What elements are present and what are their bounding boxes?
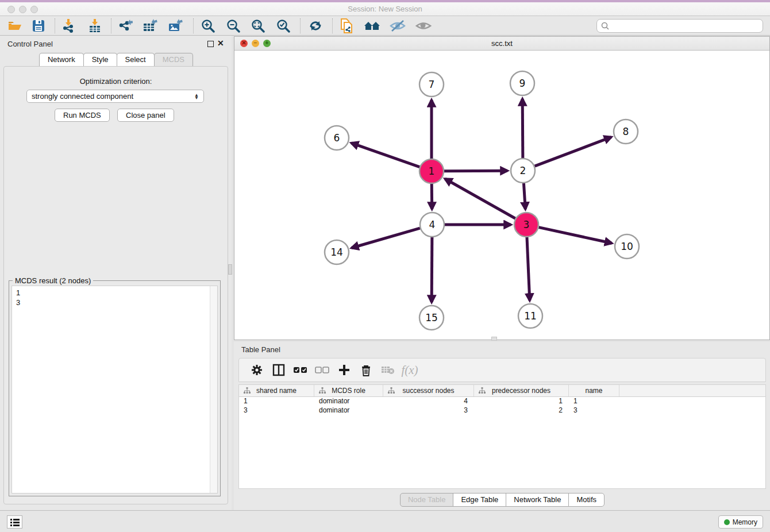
node-9[interactable]: 9 — [510, 71, 534, 95]
edge-1-6[interactable] — [351, 143, 419, 167]
import-network-button[interactable] — [57, 17, 79, 34]
node-3[interactable]: 3 — [514, 213, 538, 237]
column-header-name[interactable]: name — [569, 385, 619, 396]
mcds-result-item[interactable]: 3 — [16, 298, 217, 307]
delete-table-button[interactable] — [377, 365, 399, 375]
column-header-shared-name[interactable]: shared name — [239, 385, 314, 396]
save-session-button[interactable] — [28, 17, 49, 34]
clone-network-button[interactable] — [336, 17, 358, 34]
plus-icon — [338, 364, 350, 376]
export-network-button[interactable] — [114, 17, 136, 34]
show-columns-button[interactable] — [268, 364, 290, 376]
table-row[interactable]: 1dominator411 — [239, 397, 765, 406]
table-settings-button[interactable] — [246, 364, 268, 376]
import-table-button[interactable] — [84, 17, 106, 34]
open-session-button[interactable] — [3, 17, 25, 34]
tab-motifs[interactable]: Motifs — [568, 493, 605, 507]
search-field[interactable] — [596, 19, 763, 33]
cell-MCDS-role[interactable]: dominator — [314, 406, 383, 415]
memory-button[interactable]: Memory — [718, 515, 763, 529]
node-8[interactable]: 8 — [614, 119, 638, 144]
task-history-button[interactable] — [7, 515, 22, 529]
zoom-fit-button[interactable] — [247, 17, 269, 34]
cell-shared-name[interactable]: 1 — [239, 397, 314, 406]
edge-4-15[interactable] — [432, 237, 432, 302]
edge-4-14[interactable] — [352, 228, 420, 248]
node-2[interactable]: 2 — [511, 159, 535, 183]
close-panel-button[interactable]: Close panel — [117, 109, 174, 122]
column-header-mcds-role[interactable]: MCDS role — [314, 385, 383, 396]
minimize-view-button[interactable]: − — [252, 40, 259, 47]
node-6[interactable]: 6 — [325, 126, 349, 150]
cell-successor-nodes[interactable]: 3 — [383, 406, 474, 415]
cell-MCDS-role[interactable]: dominator — [314, 397, 383, 406]
cell-predecessor-nodes[interactable]: 1 — [474, 397, 569, 406]
network-graph[interactable]: 7968124314101511 — [234, 51, 769, 340]
export-table-button[interactable] — [139, 17, 161, 34]
tab-node-table[interactable]: Node Table — [400, 493, 454, 507]
edge-3-11[interactable] — [527, 237, 530, 300]
tab-network[interactable]: Network — [39, 53, 84, 66]
tab-style[interactable]: Style — [83, 53, 117, 66]
edge-3-10[interactable] — [538, 228, 611, 244]
close-panel-icon[interactable]: ✕ — [217, 38, 224, 48]
select-stepper-icon: ▲▼ — [194, 94, 199, 99]
home-button[interactable] — [361, 17, 383, 34]
deselect-all-columns-button[interactable] — [311, 366, 333, 374]
hide-selected-button[interactable] — [387, 17, 409, 34]
maximize-view-button[interactable]: + — [263, 40, 271, 47]
mcds-result-list[interactable]: 13 — [11, 286, 218, 494]
edge-1-2[interactable] — [444, 171, 507, 171]
optimization-select[interactable]: strongly connected component ▲▼ — [26, 90, 204, 103]
delete-column-button[interactable] — [355, 364, 377, 376]
titlebar[interactable]: Session: New Session — [0, 2, 770, 16]
node-7[interactable]: 7 — [419, 72, 444, 97]
export-image-button[interactable] — [164, 17, 186, 34]
search-input[interactable] — [611, 22, 763, 30]
cell-shared-name[interactable]: 3 — [239, 406, 314, 415]
zoom-selected-button[interactable] — [272, 17, 294, 34]
tab-network-table[interactable]: Network Table — [506, 493, 569, 507]
network-window-titlebar[interactable]: ✕ − + scc.txt — [234, 37, 769, 51]
vertical-splitter-handle[interactable] — [491, 337, 497, 341]
cell-successor-nodes[interactable]: 4 — [383, 397, 474, 406]
node-10[interactable]: 10 — [615, 234, 639, 259]
window-title: Session: New Session — [0, 2, 770, 16]
column-header-successor-nodes[interactable]: successor nodes — [383, 385, 474, 396]
edge-3-1[interactable] — [445, 179, 515, 218]
select-all-columns-button[interactable] — [290, 366, 311, 374]
close-view-button[interactable]: ✕ — [240, 40, 248, 47]
node-4[interactable]: 4 — [420, 213, 444, 237]
cell-name[interactable]: 1 — [569, 397, 619, 406]
edge-2-9[interactable] — [522, 99, 523, 158]
float-panel-icon[interactable] — [207, 41, 214, 47]
edge-2-3[interactable] — [523, 183, 525, 209]
function-builder-button[interactable]: f(x) — [399, 363, 421, 377]
zoom-out-button[interactable] — [222, 17, 244, 34]
node-11[interactable]: 11 — [518, 304, 542, 328]
cell-name[interactable]: 3 — [569, 406, 619, 415]
close-window-button[interactable] — [7, 6, 15, 13]
show-all-button[interactable] — [413, 17, 434, 34]
edge-2-8[interactable] — [535, 137, 611, 167]
node-15[interactable]: 15 — [419, 306, 444, 330]
scrollbar[interactable] — [210, 286, 217, 493]
node-label: 8 — [623, 126, 629, 137]
minimize-window-button[interactable] — [19, 6, 26, 13]
cell-predecessor-nodes[interactable]: 2 — [474, 406, 569, 415]
create-column-button[interactable] — [333, 364, 355, 376]
tab-select[interactable]: Select — [117, 53, 155, 66]
table-row[interactable]: 3dominator323 — [239, 406, 765, 415]
run-mcds-button[interactable]: Run MCDS — [55, 109, 110, 122]
node-table[interactable]: shared name MCDS role successor nodes pr… — [238, 384, 766, 489]
column-header-predecessor-nodes[interactable]: predecessor nodes — [474, 385, 569, 396]
node-1[interactable]: 1 — [419, 159, 444, 183]
refresh-layout-button[interactable] — [305, 17, 326, 34]
panel-splitter-handle[interactable] — [228, 264, 232, 275]
zoom-in-button[interactable] — [197, 17, 219, 34]
mcds-result-item[interactable]: 1 — [16, 288, 217, 298]
node-14[interactable]: 14 — [325, 240, 349, 264]
tab-edge-table[interactable]: Edge Table — [453, 493, 506, 507]
tab-mcds[interactable]: MCDS — [154, 53, 193, 66]
zoom-window-button[interactable] — [30, 6, 38, 13]
